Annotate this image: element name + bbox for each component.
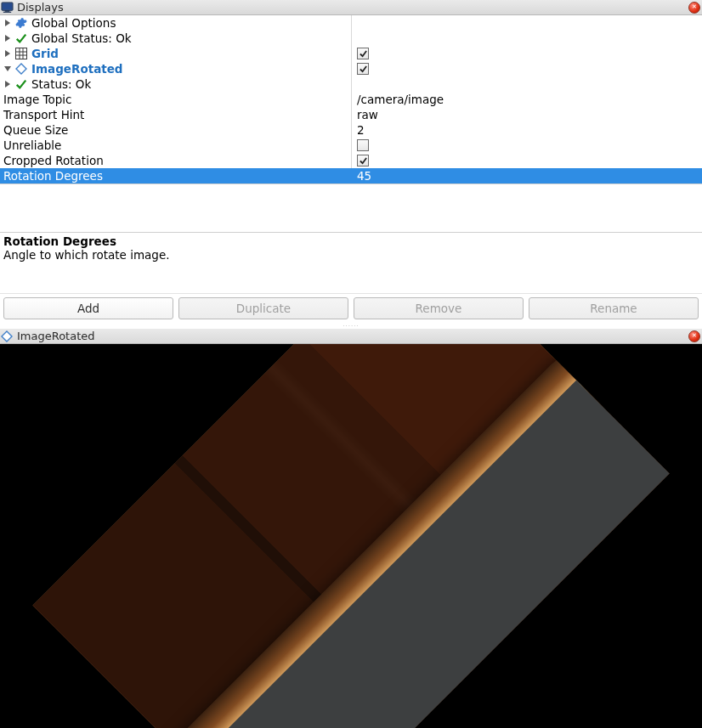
prop-label: Unreliable [3,138,61,152]
duplicate-button[interactable]: Duplicate [178,297,348,319]
property-description-box: Rotation Degrees Angle to which rotate i… [0,232,702,293]
svg-marker-12 [4,66,11,71]
monitor-icon [0,1,14,14]
svg-marker-13 [16,64,26,74]
svg-marker-14 [5,81,10,87]
displays-button-row: Add Duplicate Remove Rename [0,293,702,323]
prop-value[interactable]: 2 [357,123,365,137]
tree-splitter[interactable] [0,183,702,192]
prop-unreliable[interactable]: Unreliable [0,138,702,153]
prop-label: Cropped Rotation [3,154,104,167]
prop-transport-hint[interactable]: Transport Hint raw [0,107,702,122]
tree-item-grid[interactable]: Grid [0,46,702,61]
rename-button[interactable]: Rename [529,297,699,319]
svg-marker-15 [2,331,12,341]
displays-panel-close-button[interactable] [688,2,700,14]
imagerotated-enabled-checkbox[interactable] [357,63,369,75]
tree-item-global-options[interactable]: Global Options [0,15,702,31]
svg-rect-1 [3,3,12,9]
prop-value[interactable]: raw [357,108,378,121]
tree-label: Grid [31,47,59,60]
check-icon [14,77,28,91]
expand-icon[interactable] [3,49,12,58]
svg-marker-5 [5,35,10,42]
tree-item-imagerotated[interactable]: ImageRotated [0,61,702,76]
prop-label: Queue Size [3,123,68,137]
svg-rect-7 [16,48,27,59]
svg-marker-6 [5,50,10,57]
diamond-icon [0,330,14,343]
svg-rect-3 [3,11,10,12]
imagerotated-panel-title: ImageRotated [17,330,688,342]
expand-icon[interactable] [3,34,12,42]
tree-item-imagerotated-status[interactable]: Status: Ok [0,76,702,92]
image-viewport[interactable] [0,344,702,728]
displays-panel-titlebar: Displays [0,0,702,15]
prop-image-topic[interactable]: Image Topic /camera/image [0,92,702,107]
expand-icon[interactable] [3,80,12,88]
prop-label: Rotation Degrees [3,169,103,183]
svg-rect-2 [4,10,9,11]
rotated-image [32,344,670,728]
grid-enabled-checkbox[interactable] [357,48,369,59]
prop-rotation-degrees[interactable]: Rotation Degrees 45 [0,168,702,183]
description-title: Rotation Degrees [3,234,699,248]
gear-icon [14,16,28,30]
prop-label: Transport Hint [3,108,84,121]
remove-button[interactable]: Remove [354,297,524,319]
imagerotated-panel-close-button[interactable] [688,330,700,342]
displays-panel-title: Displays [17,1,688,14]
displays-tree[interactable]: Global Options Global Status: Ok Grid [0,15,702,232]
tree-label: ImageRotated [31,62,123,76]
tree-label: Global Status: Ok [31,31,132,45]
unreliable-checkbox[interactable] [357,139,369,151]
imagerotated-panel-titlebar: ImageRotated [0,329,702,344]
diamond-icon [14,62,28,76]
prop-value[interactable]: 45 [357,169,371,183]
expand-icon[interactable] [3,19,12,27]
prop-label: Image Topic [3,93,72,106]
prop-value[interactable]: /camera/image [357,93,444,106]
tree-label: Global Options [31,16,116,30]
tree-label: Status: Ok [31,77,91,91]
tree-item-global-status[interactable]: Global Status: Ok [0,31,702,46]
svg-marker-4 [5,20,10,26]
collapse-icon[interactable] [3,65,12,73]
add-button[interactable]: Add [3,297,173,319]
description-body: Angle to which rotate image. [3,248,699,262]
grid-icon [14,47,28,60]
cropped-rotation-checkbox[interactable] [357,155,369,166]
panel-resize-grip[interactable]: ······ [0,323,702,329]
prop-cropped-rotation[interactable]: Cropped Rotation [0,153,702,168]
prop-queue-size[interactable]: Queue Size 2 [0,122,702,138]
check-icon [14,31,28,45]
